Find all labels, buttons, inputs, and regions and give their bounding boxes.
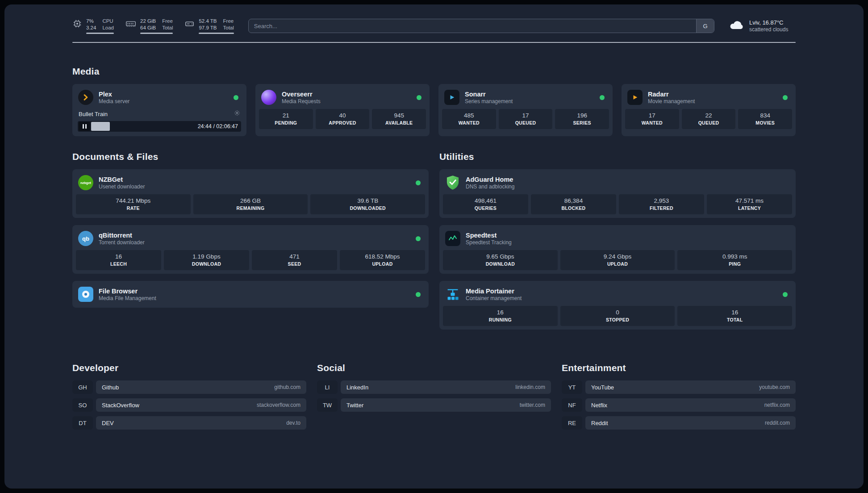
stat-rate: 744.21 Mbps RATE: [76, 194, 191, 214]
stat-pending: 21 PENDING: [259, 109, 313, 129]
section-utilities: Utilities AdGuard Home: [439, 151, 796, 337]
portainer-icon: [445, 286, 461, 302]
filebrowser-status-dot: [416, 292, 421, 297]
stat-ping: 0.993 ms PING: [677, 250, 792, 270]
memory-total-value: 64 GiB: [140, 25, 156, 31]
card-filebrowser[interactable]: File Browser Media File Management: [72, 281, 429, 308]
bookmark-abbr: YT: [562, 380, 582, 394]
documents-section-title: Documents & Files: [72, 151, 429, 162]
stat-upload: 9.24 Gbps UPLOAD: [560, 250, 675, 270]
speedtest-icon: [445, 230, 461, 246]
memory-total-label: Total: [162, 25, 173, 31]
search-input[interactable]: [249, 19, 696, 33]
plex-desc: Media server: [99, 98, 129, 104]
card-radarr[interactable]: Radarr Movie management 17 WANTED 22 QUE…: [622, 84, 796, 136]
bookmark-group-social: Social LI LinkedIn linkedin.com TW Twitt…: [317, 363, 551, 434]
stat-wanted: 485 WANTED: [442, 109, 496, 129]
bookmark-name: YouTube: [591, 384, 759, 391]
player-progress-bar: 24:44 / 02:06:47: [78, 121, 241, 132]
portainer-name: Media Portainer: [466, 288, 522, 295]
bookmark-stackoverflow[interactable]: SO StackOverflow stackoverflow.com: [72, 398, 306, 412]
disk-total-label: Total: [223, 25, 234, 31]
disk-widget: 52.4 TB 97.9 TB Free Total: [184, 18, 234, 34]
disk-free-value: 52.4 TB: [199, 18, 217, 24]
bookmark-abbr: LI: [317, 380, 338, 394]
memory-widget: 22 GiB 64 GiB Free Total: [125, 18, 173, 34]
stat-remaining: 266 GB REMAINING: [193, 194, 308, 214]
bookmark-name: DEV: [102, 420, 286, 426]
nzbget-icon: nzbget: [78, 175, 94, 191]
stat-queued: 17 QUEUED: [499, 109, 553, 129]
filebrowser-name: File Browser: [99, 288, 156, 295]
entertainment-section-title: Entertainment: [562, 363, 796, 373]
radarr-desc: Movie management: [648, 98, 695, 104]
stat-blocked: 86,384 BLOCKED: [531, 194, 616, 214]
card-overseerr[interactable]: Overseerr Media Requests 21 PENDING 40 A…: [255, 84, 430, 136]
radarr-icon: [627, 89, 643, 105]
card-qbittorrent[interactable]: qb qBittorrent Torrent downloader 16 LEE…: [72, 225, 429, 274]
bookmark-linkedin[interactable]: LI LinkedIn linkedin.com: [317, 380, 551, 394]
card-nzbget[interactable]: nzbget NZBGet Usenet downloader 744.21 M…: [72, 169, 429, 218]
search-bar: G: [248, 19, 714, 33]
screenshot-frame: 7% 3.24 CPU Load: [0, 0, 868, 493]
stat-stopped: 0 STOPPED: [560, 306, 675, 326]
bookmark-group-developer: Developer GH Github github.com SO StackO…: [72, 363, 306, 434]
nzbget-status-dot: [416, 180, 421, 185]
bookmark-url: reddit.com: [765, 420, 790, 426]
bookmark-netflix[interactable]: NF Netflix netflix.com: [562, 398, 796, 412]
developer-section-title: Developer: [72, 363, 306, 373]
stat-running: 16 RUNNING: [443, 306, 558, 326]
cpu-percent: 7%: [86, 18, 96, 24]
search-provider-button[interactable]: G: [696, 19, 714, 33]
sonarr-desc: Series management: [465, 98, 513, 104]
stat-leech: 16 LEECH: [76, 250, 161, 270]
bookmark-url: stackoverflow.com: [257, 402, 300, 408]
qbittorrent-icon: qb: [78, 230, 94, 246]
adguard-icon: [445, 175, 461, 191]
bookmark-url: dev.to: [286, 420, 300, 426]
cpu-icon: [72, 19, 82, 30]
sonarr-icon: [444, 89, 460, 105]
stat-total: 16 TOTAL: [677, 306, 792, 326]
filebrowser-desc: Media File Management: [99, 295, 156, 301]
player-settings-gear-icon[interactable]: [234, 110, 240, 118]
overseerr-status-dot: [417, 95, 421, 100]
card-portainer[interactable]: Media Portainer Container management 16 …: [439, 281, 796, 330]
stat-filtered: 2,953 FILTERED: [619, 194, 704, 214]
memory-icon: [125, 19, 136, 30]
card-speedtest[interactable]: Speedtest Speedtest Tracking 9.65 Gbps D…: [439, 225, 796, 274]
radarr-name: Radarr: [648, 91, 695, 98]
disk-free-label: Free: [223, 18, 234, 24]
card-adguard[interactable]: AdGuard Home DNS and adblocking 498,461 …: [439, 169, 796, 218]
utilities-section-title: Utilities: [439, 151, 796, 162]
pause-button[interactable]: [79, 122, 90, 131]
card-plex[interactable]: Plex Media server Bullet Train: [72, 84, 246, 136]
bookmark-github[interactable]: GH Github github.com: [72, 380, 306, 394]
cpu-usage-bar: [86, 33, 114, 34]
bookmark-abbr: RE: [562, 416, 582, 430]
social-section-title: Social: [317, 363, 551, 373]
bookmark-url: github.com: [274, 384, 300, 390]
bookmark-twitter[interactable]: TW Twitter twitter.com: [317, 398, 551, 412]
stat-download: 9.65 Gbps DOWNLOAD: [443, 250, 558, 270]
bookmark-youtube[interactable]: YT YouTube youtube.com: [562, 380, 796, 394]
nzbget-desc: Usenet downloader: [99, 184, 145, 190]
bookmark-abbr: NF: [562, 398, 582, 412]
weather-location-temp: Lviv, 16.87°C: [749, 19, 788, 26]
overseerr-desc: Media Requests: [282, 98, 321, 104]
filebrowser-icon: [78, 286, 94, 302]
bookmark-reddit[interactable]: RE Reddit reddit.com: [562, 416, 796, 430]
bookmark-name: Twitter: [346, 402, 520, 409]
bookmark-dev[interactable]: DT DEV dev.to: [72, 416, 306, 430]
sonarr-status-dot: [600, 95, 605, 100]
portainer-status-dot: [783, 292, 788, 297]
qbittorrent-name: qBittorrent: [99, 232, 145, 239]
stat-wanted: 17 WANTED: [625, 109, 679, 129]
disk-total-value: 97.9 TB: [199, 25, 217, 31]
media-section-title: Media: [72, 66, 796, 77]
card-sonarr[interactable]: Sonarr Series management 485 WANTED 17 Q…: [438, 84, 613, 136]
sonarr-name: Sonarr: [465, 91, 513, 98]
stat-upload: 618.52 Mbps UPLOAD: [340, 250, 425, 270]
stat-latency: 47.571 ms LATENCY: [707, 194, 792, 214]
bookmark-name: Github: [102, 384, 274, 391]
